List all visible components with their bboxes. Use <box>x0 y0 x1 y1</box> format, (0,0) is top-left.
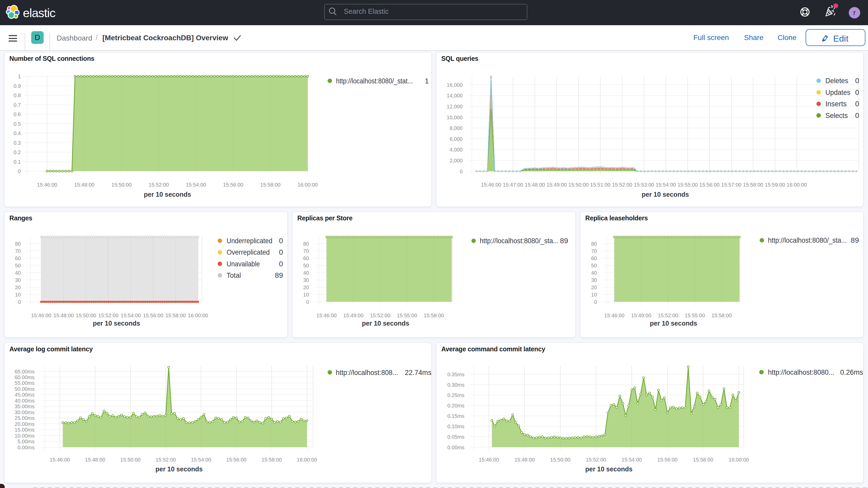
svg-text:0: 0 <box>855 88 859 96</box>
svg-text:15.00ms: 15.00ms <box>14 427 35 433</box>
svg-text:15:52:00: 15:52:00 <box>586 457 606 462</box>
svg-text:15:54:00: 15:54:00 <box>656 182 676 188</box>
svg-text:15:50:00: 15:50:00 <box>112 182 132 188</box>
svg-text:15:48:00: 15:48:00 <box>515 457 535 462</box>
svg-text:15:58:00: 15:58:00 <box>165 313 186 318</box>
svg-text:Underreplicated: Underreplicated <box>227 237 272 245</box>
svg-text:30: 30 <box>303 277 309 283</box>
svg-text:15:46:00: 15:46:00 <box>481 182 501 188</box>
svg-text:15:52:00: 15:52:00 <box>612 182 632 188</box>
svg-text:0.35ms: 0.35ms <box>447 372 464 377</box>
svg-text:15:56:00: 15:56:00 <box>223 182 243 188</box>
svg-text:15:48:00: 15:48:00 <box>525 182 545 188</box>
svg-text:55.00ms: 55.00ms <box>14 380 35 386</box>
svg-text:8,000: 8,000 <box>450 125 463 131</box>
svg-text:15:54:00: 15:54:00 <box>622 457 642 462</box>
svg-text:50.00ms: 50.00ms <box>14 386 35 392</box>
svg-text:15:58:00: 15:58:00 <box>743 182 763 188</box>
svg-text:0.20ms: 0.20ms <box>447 403 464 408</box>
svg-text:35.00ms: 35.00ms <box>14 403 35 409</box>
svg-text:15:48:00: 15:48:00 <box>74 182 95 188</box>
svg-text:0.10ms: 0.10ms <box>447 424 464 429</box>
svg-text:30: 30 <box>15 277 21 283</box>
svg-text:40.00ms: 40.00ms <box>14 398 35 403</box>
svg-text:15:46:00: 15:46:00 <box>604 313 624 318</box>
svg-text:20.00ms: 20.00ms <box>14 421 35 427</box>
svg-text:0.3: 0.3 <box>13 140 21 146</box>
svg-text:60.00ms: 60.00ms <box>14 374 35 380</box>
svg-text:15:52:00: 15:52:00 <box>370 313 390 318</box>
svg-text:Overreplicated: Overreplicated <box>227 248 270 256</box>
svg-text:0: 0 <box>594 299 597 305</box>
svg-text:15:50:00: 15:50:00 <box>568 182 589 188</box>
svg-text:15:46:00: 15:46:00 <box>479 457 499 462</box>
svg-text:40: 40 <box>15 270 21 276</box>
svg-text:15:55:00: 15:55:00 <box>678 182 698 188</box>
svg-text:30.00ms: 30.00ms <box>14 409 35 415</box>
svg-text:15:58:00: 15:58:00 <box>712 313 732 318</box>
svg-text:15:46:00: 15:46:00 <box>316 313 337 318</box>
svg-text:15:53:00: 15:53:00 <box>634 182 654 188</box>
svg-text:10,000: 10,000 <box>447 115 463 120</box>
svg-text:0.00ms: 0.00ms <box>447 445 464 450</box>
svg-text:0.6: 0.6 <box>13 112 21 117</box>
svg-text:14,000: 14,000 <box>447 93 463 98</box>
svg-text:16:00:00: 16:00:00 <box>729 457 749 462</box>
svg-text:15:50:00: 15:50:00 <box>76 313 96 318</box>
svg-text:15:49:00: 15:49:00 <box>631 313 651 318</box>
svg-text:12,000: 12,000 <box>447 104 463 110</box>
svg-text:0: 0 <box>18 169 21 174</box>
svg-text:16:00:00: 16:00:00 <box>787 182 807 188</box>
svg-text:15:54:00: 15:54:00 <box>191 457 211 462</box>
svg-text:16:00:00: 16:00:00 <box>297 457 317 462</box>
svg-text:15:56:00: 15:56:00 <box>699 182 720 188</box>
svg-text:89: 89 <box>560 237 568 245</box>
svg-text:70: 70 <box>15 248 21 254</box>
svg-text:5.00ms: 5.00ms <box>18 439 35 444</box>
svg-text:80: 80 <box>303 241 309 247</box>
svg-text:16:00:00: 16:00:00 <box>188 313 208 318</box>
svg-text:15:49:00: 15:49:00 <box>343 313 364 318</box>
svg-text:16,000: 16,000 <box>447 82 463 88</box>
svg-text:50: 50 <box>303 263 309 268</box>
svg-text:6,000: 6,000 <box>450 136 463 142</box>
svg-text:0.7: 0.7 <box>13 102 21 108</box>
svg-text:0: 0 <box>855 112 859 120</box>
svg-text:15:50:00: 15:50:00 <box>120 457 141 462</box>
svg-text:Selects: Selects <box>826 112 848 120</box>
svg-text:0: 0 <box>855 77 859 85</box>
svg-text:89: 89 <box>275 271 283 279</box>
svg-text:20: 20 <box>15 284 21 290</box>
svg-text:per 10 seconds: per 10 seconds <box>642 191 689 198</box>
svg-text:0.9: 0.9 <box>13 83 21 89</box>
svg-text:0.1: 0.1 <box>13 159 21 165</box>
svg-text:http://localhost:8080/_stat...: http://localhost:8080/_stat... <box>336 77 413 85</box>
svg-text:15:55:00: 15:55:00 <box>397 313 417 318</box>
svg-text:10: 10 <box>303 292 309 298</box>
svg-text:1: 1 <box>18 73 21 79</box>
svg-text:Deletes: Deletes <box>826 77 848 85</box>
svg-text:15:51:00: 15:51:00 <box>590 182 611 188</box>
svg-text:0.2: 0.2 <box>13 149 21 155</box>
svg-text:0.00ms: 0.00ms <box>18 445 35 450</box>
svg-text:http://localhost:8080...: http://localhost:8080... <box>768 368 834 376</box>
svg-text:15:54:00: 15:54:00 <box>121 313 141 318</box>
svg-text:40: 40 <box>303 270 309 276</box>
svg-text:0: 0 <box>279 260 283 268</box>
svg-text:0.8: 0.8 <box>13 92 21 98</box>
svg-text:http://localhost:808...: http://localhost:808... <box>336 368 398 376</box>
svg-text:http://localhost:8080/_sta...: http://localhost:8080/_sta... <box>768 236 847 244</box>
svg-text:15:48:00: 15:48:00 <box>54 313 74 318</box>
svg-text:15:58:00: 15:58:00 <box>260 182 281 188</box>
svg-text:15:52:00: 15:52:00 <box>156 457 176 462</box>
svg-text:16:00:00: 16:00:00 <box>298 182 318 188</box>
svg-text:15:48:00: 15:48:00 <box>85 457 105 462</box>
svg-text:0.30ms: 0.30ms <box>447 382 464 388</box>
svg-text:0: 0 <box>279 248 283 256</box>
svg-text:10: 10 <box>591 292 597 298</box>
svg-text:15:58:00: 15:58:00 <box>424 313 444 318</box>
svg-text:80: 80 <box>591 241 597 247</box>
svg-text:60: 60 <box>591 255 597 261</box>
svg-text:80: 80 <box>15 241 21 247</box>
svg-text:0: 0 <box>855 100 859 108</box>
